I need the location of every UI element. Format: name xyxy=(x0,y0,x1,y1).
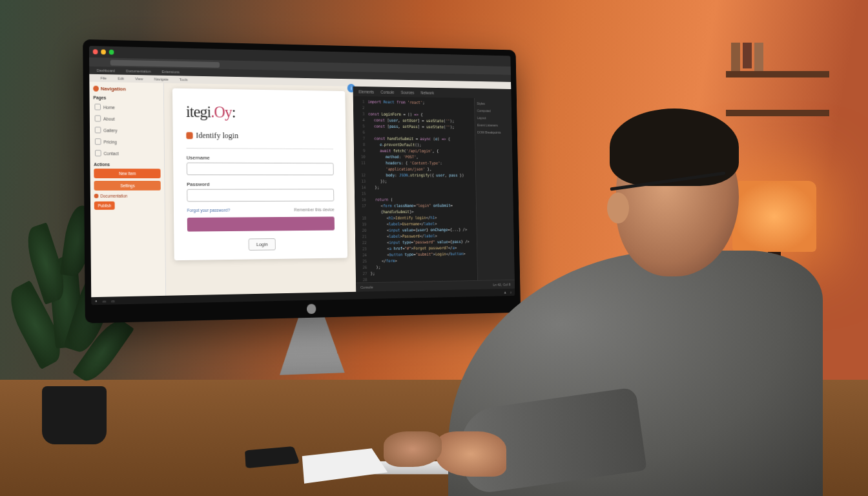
scene-photo: Dashboard Documentation Extensions File … xyxy=(0,0,868,496)
password-label: Password xyxy=(187,181,334,187)
sidebar-item[interactable]: Pricing xyxy=(94,136,160,147)
menu-item[interactable]: View xyxy=(135,77,143,81)
remember-label: Remember this device xyxy=(294,207,334,212)
bookmark-item[interactable]: Extensions xyxy=(161,70,180,74)
doc-icon xyxy=(94,194,99,198)
menu-item[interactable]: File xyxy=(101,76,107,80)
left-sidebar: Navigation Pages Home About Gallery Pric… xyxy=(89,82,166,298)
sidebar-button-settings[interactable]: Settings xyxy=(94,181,160,191)
bookmark-item[interactable]: Documentation xyxy=(126,69,150,74)
menu-item[interactable]: Edit xyxy=(118,76,124,80)
url-input[interactable] xyxy=(110,59,220,67)
username-label: Username xyxy=(187,155,334,161)
sidebar-item[interactable]: About xyxy=(94,113,160,124)
menu-item[interactable]: Navigate xyxy=(154,78,168,81)
person xyxy=(409,96,823,496)
sidebar-item[interactable]: Contact xyxy=(94,148,160,158)
page-icon xyxy=(94,104,101,110)
forgot-password-link[interactable]: Forgot your password? xyxy=(187,208,231,212)
brand-icon xyxy=(93,86,99,92)
sidebar-section: Actions xyxy=(94,162,160,167)
tab-network[interactable]: Network xyxy=(420,90,433,95)
tab-sources[interactable]: Sources xyxy=(401,90,415,94)
sidebar-title-label: Navigation xyxy=(101,86,126,92)
window-controls[interactable] xyxy=(93,49,114,55)
password-input[interactable] xyxy=(187,189,334,202)
sidebar-item[interactable]: Gallery xyxy=(94,125,160,136)
page-preview-pane: Navigation Pages Home About Gallery Pric… xyxy=(89,82,356,298)
username-input[interactable] xyxy=(187,163,334,176)
login-button[interactable]: Login xyxy=(249,238,276,251)
tab-elements[interactable]: Elements xyxy=(358,89,374,94)
page-icon xyxy=(95,127,101,133)
menu-item[interactable]: Tools xyxy=(180,78,188,81)
sidebar-title: Navigation xyxy=(93,86,160,93)
taskbar-item[interactable]: ▭ xyxy=(102,298,106,303)
divider xyxy=(187,148,334,149)
primary-action-button[interactable] xyxy=(187,216,335,231)
page-icon xyxy=(95,150,101,156)
sidebar-item[interactable]: Home xyxy=(93,102,160,113)
close-window-icon[interactable] xyxy=(93,49,98,54)
taskbar-item[interactable]: ▭ xyxy=(111,298,115,303)
brand-logo: itegi.Oy: xyxy=(186,103,333,123)
page-icon xyxy=(95,115,101,121)
page-icon xyxy=(95,138,101,145)
login-subtitle: Identify login xyxy=(186,130,333,141)
status-left: Console xyxy=(360,285,373,289)
sidebar-button-new[interactable]: New Item xyxy=(94,169,160,178)
sidebar-chip-publish[interactable]: Publish xyxy=(94,202,115,210)
shield-icon xyxy=(186,132,192,139)
sidebar-link-docs[interactable]: Documentation xyxy=(94,194,161,198)
maximize-window-icon[interactable] xyxy=(109,50,114,55)
login-card: itegi.Oy: Identify login Username Passwo… xyxy=(172,88,347,261)
sidebar-section: Pages xyxy=(93,96,160,101)
apple-logo-icon xyxy=(307,304,316,314)
minimize-window-icon[interactable] xyxy=(101,49,106,54)
bookmark-item[interactable]: Dashboard xyxy=(97,68,115,72)
tab-console[interactable]: Console xyxy=(381,90,395,94)
taskbar-item[interactable]: ● xyxy=(95,299,98,303)
